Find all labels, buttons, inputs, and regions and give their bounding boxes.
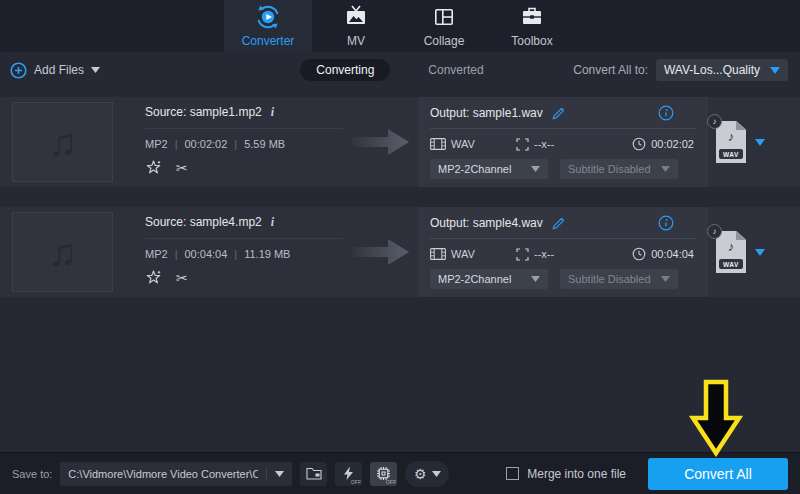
merge-checkbox[interactable]	[506, 467, 519, 480]
audio-channel-dropdown[interactable]: MP2-2Channel	[430, 159, 548, 179]
output-resolution-value: --x--	[534, 248, 554, 260]
convert-all-to-group: Convert All to: WAV-Los...Quality	[573, 59, 788, 81]
music-note-icon: ♪	[716, 129, 746, 144]
file-thumbnail[interactable]: ♫	[12, 102, 113, 182]
convert-all-to-value: WAV-Los...Quality	[664, 63, 760, 77]
off-tag: OFF	[386, 479, 397, 485]
annotation-arrow-down-icon	[689, 379, 743, 457]
chevron-down-icon	[661, 276, 670, 282]
output-duration-value: 00:04:04	[651, 248, 694, 260]
folder-icon	[306, 467, 322, 480]
source-info-icon[interactable]: i	[271, 105, 274, 120]
subtitle-dropdown[interactable]: Subtitle Disabled	[560, 269, 678, 289]
audio-channel-dropdown[interactable]: MP2-2Channel	[430, 269, 548, 289]
output-format-selector: ♪ WAV ♪	[716, 231, 765, 273]
format-caret-icon[interactable]	[755, 249, 765, 256]
source-filename: Source: sample4.mp2	[145, 215, 262, 229]
open-folder-button[interactable]	[300, 462, 327, 486]
source-info-icon[interactable]: i	[271, 215, 274, 230]
cut-icon[interactable]: ✂	[176, 271, 188, 285]
chevron-down-icon[interactable]	[275, 471, 284, 477]
audio-badge-icon: ♪	[707, 224, 722, 239]
output-info-icon[interactable]	[658, 215, 674, 231]
source-column: Source: sample1.mp2 i MP2| 00:02:02| 5.5…	[145, 105, 357, 176]
source-meta: MP2| 00:02:02| 5.59 MB	[145, 138, 357, 150]
file-row[interactable]: ♫ Source: sample4.mp2 i MP2| 00:04:04| 1…	[0, 207, 800, 297]
music-note-icon: ♫	[48, 232, 78, 272]
save-path-field[interactable]: C:\Vidmore\Vidmore Video Converter\Conve…	[60, 462, 292, 486]
bottom-bar: Save to: C:\Vidmore\Vidmore Video Conver…	[0, 452, 800, 494]
row-tools: ✂	[145, 159, 357, 176]
save-path-value: C:\Vidmore\Vidmore Video Converter\Conve…	[68, 468, 258, 480]
cut-icon[interactable]: ✂	[176, 161, 188, 175]
resolution-icon	[516, 138, 529, 151]
wav-file-icon[interactable]: ♪ WAV ♪	[716, 121, 746, 163]
file-toolbar: Add Files Converting Converted Convert A…	[0, 52, 800, 88]
music-note-icon: ♫	[48, 122, 78, 162]
divider	[430, 238, 696, 239]
file-format-badge: WAV	[719, 149, 743, 159]
output-format-value: WAV	[451, 248, 475, 260]
output-options: MP2-2Channel Subtitle Disabled	[430, 269, 696, 289]
row-tools: ✂	[145, 269, 357, 286]
hardware-acceleration-button[interactable]: OFF	[335, 462, 362, 486]
convert-all-to-label: Convert All to:	[573, 63, 648, 77]
output-filename: Output: sample4.wav	[430, 216, 543, 230]
output-format-value: WAV	[451, 138, 475, 150]
tab-toolbox-label: Toolbox	[511, 34, 552, 48]
output-meta: WAV --x-- 00:02:02	[430, 137, 696, 151]
convert-all-button[interactable]: Convert All	[648, 458, 788, 490]
output-duration-value: 00:02:02	[651, 138, 694, 150]
divider	[266, 467, 267, 481]
tab-toolbox[interactable]: Toolbox	[488, 0, 576, 52]
tab-converter-label: Converter	[242, 34, 295, 48]
file-row[interactable]: ♫ Source: sample1.mp2 i MP2| 00:02:02| 5…	[0, 97, 800, 187]
subtitle-dropdown[interactable]: Subtitle Disabled	[560, 159, 678, 179]
subtitle-value: Subtitle Disabled	[568, 163, 651, 175]
mv-icon	[343, 4, 369, 30]
output-format-selector: ♪ WAV ♪	[716, 121, 765, 163]
source-size: 5.59 MB	[244, 138, 285, 150]
audio-channel-value: MP2-2Channel	[438, 163, 511, 175]
divider	[145, 128, 343, 129]
file-thumbnail[interactable]: ♫	[12, 212, 113, 292]
audio-badge-icon: ♪	[707, 114, 722, 129]
conversion-arrow-icon	[352, 238, 410, 266]
wav-file-icon[interactable]: ♪ WAV ♪	[716, 231, 746, 273]
source-format: MP2	[145, 248, 168, 260]
divider	[145, 238, 343, 239]
source-size: 11.19 MB	[244, 248, 290, 260]
effects-star-icon[interactable]	[145, 269, 162, 286]
format-caret-icon[interactable]	[755, 139, 765, 146]
media-format-icon	[430, 138, 446, 150]
clock-icon	[632, 247, 646, 261]
convert-all-to-dropdown[interactable]: WAV-Los...Quality	[656, 59, 788, 81]
tab-converter[interactable]: Converter	[224, 0, 312, 52]
gpu-acceleration-button[interactable]: OFF	[370, 462, 397, 486]
output-meta: WAV --x-- 00:04:04	[430, 247, 696, 261]
tab-converting[interactable]: Converting	[300, 59, 390, 81]
rename-pencil-icon[interactable]	[551, 216, 566, 231]
tab-mv[interactable]: MV	[312, 0, 400, 52]
rename-pencil-icon[interactable]	[551, 106, 566, 121]
source-format: MP2	[145, 138, 168, 150]
effects-star-icon[interactable]	[145, 159, 162, 176]
source-meta: MP2| 00:04:04| 11.19 MB	[145, 248, 357, 260]
output-panel: Output: sample4.wav	[418, 207, 708, 297]
merge-option: Merge into one file	[506, 467, 626, 481]
save-to-label: Save to:	[12, 468, 52, 480]
tab-collage[interactable]: Collage	[400, 0, 488, 52]
chevron-down-icon	[531, 166, 540, 172]
output-panel: Output: sample1.wav	[418, 97, 708, 187]
music-note-icon: ♪	[716, 239, 746, 254]
settings-button[interactable]: ⚙	[405, 461, 449, 487]
media-format-icon	[430, 248, 446, 260]
file-format-badge: WAV	[719, 259, 743, 269]
source-duration: 00:04:04	[184, 248, 227, 260]
output-filename: Output: sample1.wav	[430, 106, 543, 120]
conversion-arrow-icon	[352, 128, 410, 156]
output-info-icon[interactable]	[658, 105, 674, 121]
top-navigation: Converter MV Collage	[0, 0, 800, 52]
source-duration: 00:02:02	[184, 138, 227, 150]
tab-converted[interactable]: Converted	[412, 59, 499, 81]
